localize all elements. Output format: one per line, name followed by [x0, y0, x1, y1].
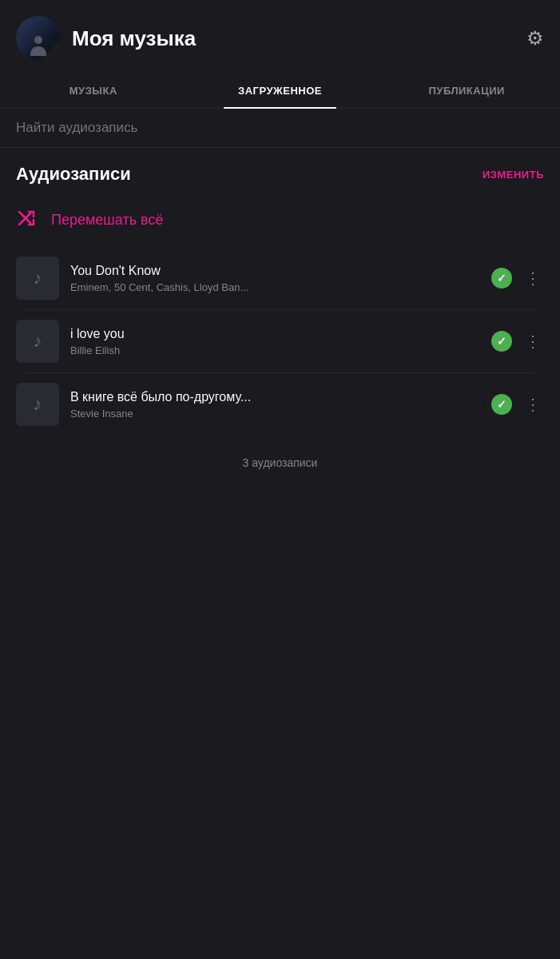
settings-icon[interactable]: ⚙: [526, 27, 544, 50]
track-title: i love you: [70, 327, 483, 341]
track-thumbnail: ♪: [16, 383, 59, 426]
track-info: You Don't Know Eminem, 50 Cent, Cashis, …: [70, 264, 483, 293]
header: Моя музыка ⚙: [0, 0, 560, 74]
track-info: i love you Billie Eilish: [70, 327, 483, 356]
section-title: Аудиозаписи: [16, 164, 131, 185]
svg-line-2: [19, 212, 24, 217]
track-actions: ✓ ⋮: [491, 392, 544, 417]
track-thumbnail: ♪: [16, 320, 59, 363]
track-actions: ✓ ⋮: [491, 328, 544, 354]
search-bar: [0, 109, 560, 148]
track-item[interactable]: ♪ В книге всё было по-другому... Stevie …: [8, 373, 552, 436]
music-note-icon: ♪: [34, 394, 42, 415]
track-list: ♪ You Don't Know Eminem, 50 Cent, Cashis…: [0, 247, 560, 436]
avatar[interactable]: [16, 16, 61, 61]
track-title: В книге всё было по-другому...: [70, 390, 483, 404]
downloaded-check-icon: ✓: [491, 331, 512, 352]
more-options-icon[interactable]: ⋮: [522, 328, 544, 354]
track-artist: Stevie Insane: [70, 408, 483, 420]
shuffle-row[interactable]: Перемешать всё: [0, 193, 560, 247]
track-item[interactable]: ♪ You Don't Know Eminem, 50 Cent, Cashis…: [8, 247, 552, 309]
svg-point-0: [34, 36, 42, 44]
page-title: Моя музыка: [72, 26, 526, 51]
avatar-image: [30, 35, 46, 56]
downloaded-check-icon: ✓: [491, 394, 512, 415]
downloaded-check-icon: ✓: [491, 268, 512, 288]
svg-line-5: [27, 220, 30, 223]
track-artist: Eminem, 50 Cent, Cashis, Lloyd Ban...: [70, 281, 483, 293]
edit-button[interactable]: ИЗМЕНИТЬ: [483, 169, 544, 181]
tab-music[interactable]: МУЗЫКА: [0, 74, 187, 108]
track-actions: ✓ ⋮: [491, 265, 544, 291]
shuffle-icon: [16, 207, 38, 233]
track-artist: Billie Eilish: [70, 344, 483, 356]
track-title: You Don't Know: [70, 264, 483, 278]
track-thumbnail: ♪: [16, 257, 59, 300]
track-info: В книге всё было по-другому... Stevie In…: [70, 390, 483, 420]
shuffle-label: Перемешать всё: [51, 212, 163, 229]
more-options-icon[interactable]: ⋮: [522, 265, 544, 291]
tab-publications[interactable]: ПУБЛИКАЦИИ: [373, 74, 560, 108]
search-input[interactable]: [16, 120, 544, 136]
music-note-icon: ♪: [34, 268, 42, 288]
tab-downloaded[interactable]: ЗАГРУЖЕННОЕ: [187, 74, 374, 108]
track-count: 3 аудиозаписи: [0, 440, 560, 485]
music-note-icon: ♪: [34, 331, 42, 352]
section-header: Аудиозаписи ИЗМЕНИТЬ: [0, 148, 560, 193]
svg-line-1: [19, 220, 24, 225]
tab-bar: МУЗЫКА ЗАГРУЖЕННОЕ ПУБЛИКАЦИИ: [0, 74, 560, 109]
track-item[interactable]: ♪ i love you Billie Eilish ✓ ⋮: [8, 310, 552, 372]
more-options-icon[interactable]: ⋮: [522, 392, 544, 417]
